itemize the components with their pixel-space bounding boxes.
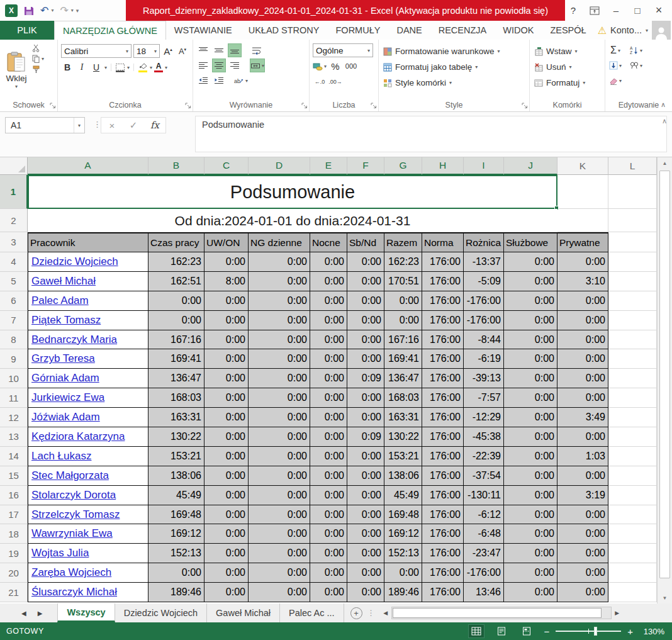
cell-value[interactable]: 0:00 [204,291,249,311]
tab-widok[interactable]: WIDOK [495,21,542,40]
cell-value[interactable]: 153:21 [384,447,422,466]
sort-filter-button[interactable]: ▾ [629,43,643,57]
align-bottom-button[interactable] [228,43,242,57]
italic-button[interactable]: I [76,62,88,72]
cell-value[interactable]: 130:22 [148,427,204,447]
tab-układ-strony[interactable]: UKŁAD STRONY [240,21,328,40]
cell-employee[interactable]: Piątek Tomasz [28,311,148,330]
clear-button[interactable]: ▾ [608,74,622,87]
cell-value[interactable]: 169:48 [148,505,204,525]
empty-cell[interactable] [608,505,657,525]
cell-value[interactable]: 0:00 [204,583,249,602]
cell-value[interactable]: 0:00 [310,408,347,427]
row-header-3[interactable]: 3 [0,232,28,252]
empty-cell[interactable] [608,369,657,388]
cell-value[interactable]: 0:00 [504,563,557,583]
account-button[interactable]: Konto... [610,25,642,35]
empty-cell[interactable] [608,330,657,350]
cell-value[interactable]: -6:48 [464,524,504,544]
table-header-3[interactable]: UW/ON [204,232,249,252]
cell-value[interactable]: 169:12 [148,524,204,544]
empty-cell[interactable] [557,209,608,232]
cell-employee[interactable]: Górniak Adam [28,369,148,388]
column-header-K[interactable]: K [557,157,608,175]
row-header-5[interactable]: 5 [0,272,28,291]
tab-narzędzia-główne[interactable]: NARZĘDZIA GŁÓWNE [54,21,166,40]
cell-value[interactable]: 0:00 [384,291,422,311]
table-header-8[interactable]: Norma [422,232,464,252]
cell-value[interactable]: 0:00 [557,563,608,583]
table-header-11[interactable]: Prywatne [557,232,608,252]
cell-employee[interactable]: Ślusarczyk Michał [28,583,148,602]
enter-entry-button[interactable]: ✓ [123,120,144,131]
fill-color-button[interactable] [138,62,148,72]
cell-value[interactable]: 176:00 [422,369,464,388]
row-header-21[interactable]: 21 [0,583,28,602]
normal-view-button[interactable] [468,624,484,638]
zoom-in-button[interactable]: + [627,626,633,637]
cell-value[interactable]: 153:21 [148,447,204,466]
cell-value[interactable]: -176:00 [464,311,504,330]
cell-value[interactable]: 0:00 [347,524,384,544]
scroll-down-icon[interactable]: ▼ [658,592,672,604]
page-layout-view-button[interactable] [493,624,510,638]
prev-sheet-button[interactable]: ◀ [21,610,26,617]
column-header-J[interactable]: J [504,157,557,175]
table-header-10[interactable]: Służbowe [504,232,557,252]
collapse-ribbon-button[interactable]: ∧ [661,101,666,109]
cell-value[interactable]: 0:00 [249,466,310,486]
cell-value[interactable]: 0:00 [204,427,249,447]
row-header-6[interactable]: 6 [0,291,28,311]
scroll-up-icon[interactable]: ▲ [658,157,672,169]
redo-button[interactable]: ↷ [60,6,68,16]
cell-value[interactable]: 0:00 [204,447,249,466]
cell-styles-button[interactable]: Style komórki▾ [383,76,500,90]
cell-value[interactable]: 0:00 [148,311,204,330]
orientation-button[interactable]: ▾ [234,74,248,87]
row-header-16[interactable]: 16 [0,486,28,505]
cell-value[interactable]: 0:00 [347,505,384,525]
cell-value[interactable]: 0:00 [504,524,557,544]
style-dialog-launcher[interactable] [522,103,528,109]
cell-value[interactable]: 0:00 [249,291,310,311]
cell-value[interactable]: 3:19 [557,486,608,505]
cell-value[interactable]: 0:00 [204,544,249,563]
shrink-font-button[interactable]: A▾ [176,47,189,56]
find-select-button[interactable]: ▾ [629,59,643,72]
undo-button[interactable]: ↶ [40,6,48,16]
cell-employee[interactable]: Wawrzyniak Ewa [28,524,148,544]
zoom-slider[interactable] [556,631,621,632]
cell-value[interactable]: 0:00 [310,311,347,330]
cell-value[interactable]: -37:54 [464,466,504,486]
empty-cell[interactable] [608,544,657,563]
merged-subtitle-cell[interactable]: Od dnia:2024-01-01 do dnia:2024-01-31 [28,209,557,232]
cell-value[interactable]: -45:38 [464,427,504,447]
cell-value[interactable]: 0:00 [249,563,310,583]
formula-input[interactable]: Podsumowanie [195,116,667,152]
font-size-combo[interactable]: 18▾ [133,44,160,58]
cell-value[interactable]: 189:46 [148,583,204,602]
cell-value[interactable]: 0:00 [249,349,310,369]
cell-value[interactable]: 176:00 [422,427,464,447]
empty-cell[interactable] [608,524,657,544]
empty-cell[interactable] [557,175,608,209]
cell-value[interactable]: 0:00 [249,311,310,330]
cell-value[interactable]: 0:00 [504,427,557,447]
cell-value[interactable]: 0:00 [557,349,608,369]
paste-dropdown-icon[interactable]: ▾ [15,84,18,89]
cell-value[interactable]: 0:00 [148,563,204,583]
cell-value[interactable]: 0:00 [347,408,384,427]
cell-value[interactable]: 176:00 [422,291,464,311]
czcionka-dialog-launcher[interactable] [185,103,191,109]
employee-link[interactable]: Górniak Adam [31,372,99,385]
autosum-button[interactable]: Σ▾ [608,43,622,57]
hscroll-left-icon[interactable]: ◀ [380,610,391,616]
cell-value[interactable]: 0:00 [504,447,557,466]
empty-cell[interactable] [608,563,657,583]
column-header-H[interactable]: H [422,157,464,175]
font-name-combo[interactable]: Calibri▾ [61,44,132,58]
employee-link[interactable]: Jurkiewicz Ewa [31,391,104,404]
column-header-E[interactable]: E [310,157,347,175]
row-header-4[interactable]: 4 [0,252,28,272]
cell-value[interactable]: 0:00 [347,330,384,350]
